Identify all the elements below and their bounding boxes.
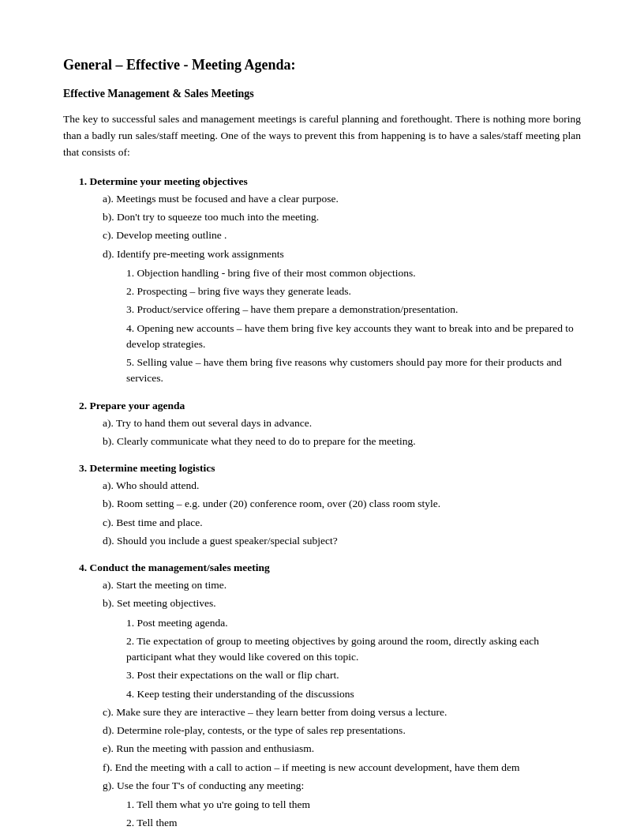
alpha-item-1-1: Meetings must be focused and have a clea… xyxy=(103,191,581,207)
alpha-item-1-2: Don't try to squeeze too much into the m… xyxy=(103,209,581,225)
section-4: 4. Conduct the management/sales meetingS… xyxy=(79,562,581,832)
alpha-item-4-3: Make sure they are interactive – they le… xyxy=(103,704,581,720)
alpha-item-1-4: Identify pre-meeting work assignmentsObj… xyxy=(103,246,581,387)
section-label-4: 4. Conduct the management/sales meeting xyxy=(79,562,270,573)
section-3: 3. Determine meeting logisticsWho should… xyxy=(79,462,581,549)
numeric-item-1-4-5: Selling value – have them bring five rea… xyxy=(126,355,581,387)
alpha-item-4-4: Determine role-play, contests, or the ty… xyxy=(103,723,581,738)
main-title: General – Effective - Meeting Agenda: xyxy=(63,57,581,73)
sub-alpha-4: Start the meeting on time.Set meeting ob… xyxy=(79,577,581,832)
numeric-item-1-4-1: Objection handling - bring five of their… xyxy=(126,265,581,281)
numeric-item-4-2-4: Keep testing their understanding of the … xyxy=(126,686,581,702)
alpha-item-2-1: Try to hand them out several days in adv… xyxy=(103,415,581,431)
section-2: 2. Prepare your agendaTry to hand them o… xyxy=(79,400,581,450)
section-label-2: 2. Prepare your agenda xyxy=(79,400,185,411)
sub-numeric-1-4: Objection handling - bring five of their… xyxy=(103,265,581,387)
numeric-item-1-4-4: Opening new accounts – have them bring f… xyxy=(126,321,581,353)
subtitle: Effective Management & Sales Meetings xyxy=(63,88,581,100)
alpha-item-4-7: Use the four T's of conducting any meeti… xyxy=(103,778,581,832)
numeric-item-4-7-2: Tell them xyxy=(126,815,581,831)
numeric-item-1-4-3: Product/service offering – have them pre… xyxy=(126,302,581,317)
section-label-1: 1. Determine your meeting objectives xyxy=(79,175,248,187)
intro-paragraph: The key to successful sales and manageme… xyxy=(63,111,581,161)
alpha-item-4-1: Start the meeting on time. xyxy=(103,577,581,593)
numeric-item-4-2-3: Post their expectations on the wall or f… xyxy=(126,667,581,683)
sub-alpha-2: Try to hand them out several days in adv… xyxy=(79,415,581,450)
alpha-item-2-2: Clearly communicate what they need to do… xyxy=(103,434,581,449)
alpha-item-3-3: Best time and place. xyxy=(103,515,581,531)
numeric-item-1-4-2: Prospecting – bring five ways they gener… xyxy=(126,284,581,299)
section-1: 1. Determine your meeting objectivesMeet… xyxy=(79,175,581,387)
section-label-3: 3. Determine meeting logistics xyxy=(79,462,215,474)
document-container: General – Effective - Meeting Agenda: Ef… xyxy=(63,57,581,832)
numeric-item-4-7-1: Tell them what yo u're going to tell the… xyxy=(126,797,581,813)
main-list: 1. Determine your meeting objectivesMeet… xyxy=(63,175,581,832)
alpha-item-1-3: Develop meeting outline . xyxy=(103,227,581,243)
alpha-item-4-5: Run the meeting with passion and enthusi… xyxy=(103,741,581,757)
sub-alpha-3: Who should attend.Room setting – e.g. un… xyxy=(79,478,581,549)
sub-alpha-1: Meetings must be focused and have a clea… xyxy=(79,191,581,387)
sub-numeric-4-7: Tell them what yo u're going to tell the… xyxy=(103,797,581,832)
numeric-item-4-2-1: Post meeting agenda. xyxy=(126,615,581,631)
alpha-item-3-1: Who should attend. xyxy=(103,478,581,494)
alpha-item-3-4: Should you include a guest speaker/speci… xyxy=(103,533,581,549)
numeric-item-4-2-2: Tie expectation of group to meeting obje… xyxy=(126,633,581,666)
alpha-item-3-2: Room setting – e.g. under (20) conferenc… xyxy=(103,496,581,512)
alpha-item-4-6: End the meeting with a call to action – … xyxy=(103,760,581,776)
alpha-item-4-2: Set meeting objectives.Post meeting agen… xyxy=(103,595,581,702)
sub-numeric-4-2: Post meeting agenda.Tie expectation of g… xyxy=(103,615,581,702)
